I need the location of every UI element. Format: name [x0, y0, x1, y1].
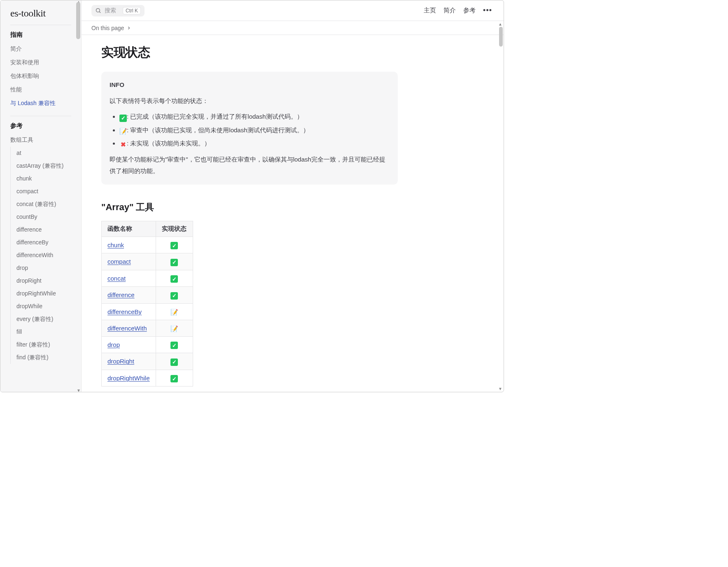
status-cell: 📝 [156, 320, 193, 336]
cross-icon: ✖ [119, 141, 127, 148]
sidebar: es-toolkit 指南 简介 安装和使用 包体积影响 性能 与 Lodash… [0, 0, 82, 392]
sidebar-item-dropRightWhile[interactable]: dropRightWhile [16, 287, 71, 300]
review-icon: 📝 [170, 309, 178, 316]
info-callout: INFO 以下表情符号表示每个功能的状态： ✓: 已完成（该功能已完全实现，并通… [101, 72, 398, 185]
scrollbar-thumb[interactable] [499, 27, 503, 47]
sidebar-item-difference[interactable]: difference [16, 223, 71, 236]
th-status: 实现状态 [156, 221, 193, 237]
info-item-review: 📝: 审查中（该功能已实现，但尚未使用lodash测试代码进行测试。） [119, 124, 390, 136]
fn-link-concat[interactable]: concat [107, 275, 126, 282]
more-menu-icon[interactable]: ••• [483, 6, 492, 15]
status-cell: ✓ [156, 270, 193, 287]
topbar: 搜索 Ctrl K 主页 简介 参考 ••• [82, 0, 504, 21]
sidebar-item-chunk[interactable]: chunk [16, 172, 71, 185]
sidebar-guide-2[interactable]: 包体积影响 [10, 69, 71, 83]
info-item-missing: ✖: 未实现（该功能尚未实现。） [119, 138, 390, 150]
content: 实现状态 INFO 以下表情符号表示每个功能的状态： ✓: 已完成（该功能已完全… [82, 35, 504, 392]
site-logo[interactable]: es-toolkit [10, 8, 71, 19]
status-cell: ✓ [156, 336, 193, 353]
sidebar-item-fill[interactable]: fill [16, 326, 71, 338]
info-intro: 以下表情符号表示每个功能的状态： [110, 95, 390, 107]
fn-link-drop[interactable]: drop [107, 341, 120, 348]
sidebar-item-differenceBy[interactable]: differenceBy [16, 236, 71, 249]
sidebar-item-at[interactable]: at [16, 147, 71, 159]
sidebar-guide-3[interactable]: 性能 [10, 83, 71, 96]
sidebar-item-concat[interactable]: concat (兼容性) [16, 198, 71, 211]
sidebar-item-compact[interactable]: compact [16, 185, 71, 198]
sidebar-guide-1[interactable]: 安装和使用 [10, 56, 71, 69]
sidebar-item-find[interactable]: find (兼容性) [16, 351, 71, 364]
table-row: dropRightWhile✓ [102, 370, 193, 387]
sidebar-item-filter[interactable]: filter (兼容性) [16, 338, 71, 351]
info-item-completed: ✓: 已完成（该功能已完全实现，并通过了所有lodash测试代码。） [119, 111, 390, 123]
status-cell: ✓ [156, 237, 193, 253]
search-placeholder: 搜索 [105, 7, 116, 14]
search-icon [95, 7, 101, 14]
table-row: compact✓ [102, 253, 193, 270]
check-icon: ✓ [170, 242, 178, 249]
check-icon: ✓ [170, 292, 178, 300]
on-this-page-toggle[interactable]: On this page [82, 21, 504, 35]
fn-link-dropRight[interactable]: dropRight [107, 358, 134, 365]
search-button[interactable]: 搜索 Ctrl K [91, 5, 145, 16]
scroll-down-icon[interactable]: ▼ [77, 388, 81, 392]
fn-link-difference[interactable]: difference [107, 291, 135, 298]
main: 搜索 Ctrl K 主页 简介 参考 ••• On this page 实现状态… [82, 0, 504, 392]
status-cell: ✓ [156, 287, 193, 304]
scrollbar-thumb[interactable] [76, 2, 80, 39]
fn-link-differenceBy[interactable]: differenceBy [107, 308, 142, 315]
main-scrollbar[interactable]: ▲ ▼ [498, 22, 503, 391]
check-icon: ✓ [170, 358, 178, 366]
sidebar-item-dropWhile[interactable]: dropWhile [16, 300, 71, 313]
top-link-intro[interactable]: 简介 [443, 7, 456, 14]
sidebar-array-group: at castArray (兼容性) chunk compact concat … [10, 147, 71, 364]
scroll-up-icon[interactable]: ▲ [498, 22, 502, 26]
check-icon: ✓ [170, 375, 178, 382]
top-link-reference[interactable]: 参考 [463, 7, 476, 14]
table-row: dropRight✓ [102, 353, 193, 370]
sidebar-guide-4[interactable]: 与 Lodash 兼容性 [10, 96, 71, 110]
page-title: 实现状态 [101, 44, 398, 61]
fn-link-compact[interactable]: compact [107, 258, 131, 265]
sidebar-item-differenceWith[interactable]: differenceWith [16, 249, 71, 262]
table-row: difference✓ [102, 287, 193, 304]
table-row: drop✓ [102, 336, 193, 353]
divider [10, 25, 71, 25]
scroll-down-icon[interactable]: ▼ [498, 387, 502, 391]
status-cell: ✓ [156, 370, 193, 387]
fn-link-differenceWith[interactable]: differenceWith [107, 325, 147, 332]
section-array-heading: "Array" 工具 [101, 201, 398, 213]
table-row: differenceWith📝 [102, 320, 193, 336]
toc-label: On this page [91, 25, 124, 31]
check-icon: ✓ [170, 275, 178, 283]
divider [10, 116, 71, 116]
th-name: 函数名称 [102, 221, 156, 237]
check-icon: ✓ [170, 259, 178, 266]
top-link-home[interactable]: 主页 [424, 7, 436, 14]
status-table: 函数名称 实现状态 chunk✓compact✓concat✓differenc… [101, 221, 193, 387]
sidebar-scrollbar[interactable]: ▲ ▼ [75, 0, 81, 392]
status-cell: 📝 [156, 303, 193, 320]
review-icon: 📝 [170, 325, 178, 333]
status-cell: ✓ [156, 353, 193, 370]
sidebar-item-dropRight[interactable]: dropRight [16, 274, 71, 287]
sidebar-guide-0[interactable]: 简介 [10, 42, 71, 56]
check-icon: ✓ [170, 342, 178, 349]
info-title: INFO [110, 79, 390, 91]
table-row: concat✓ [102, 270, 193, 287]
svg-line-1 [99, 12, 100, 13]
sidebar-array-heading[interactable]: 数组工具 [10, 133, 71, 147]
info-note: 即使某个功能标记为"审查中"，它也可能已经在审查中，以确保其与lodash完全一… [110, 154, 390, 177]
fn-link-chunk[interactable]: chunk [107, 241, 124, 248]
sidebar-item-countBy[interactable]: countBy [16, 211, 71, 223]
chevron-right-icon [126, 26, 131, 30]
sidebar-item-castArray[interactable]: castArray (兼容性) [16, 159, 71, 172]
fn-link-dropRightWhile[interactable]: dropRightWhile [107, 375, 150, 382]
sidebar-item-drop[interactable]: drop [16, 262, 71, 274]
table-row: differenceBy📝 [102, 303, 193, 320]
check-icon: ✓ [119, 115, 127, 122]
table-row: chunk✓ [102, 237, 193, 253]
guide-heading: 指南 [10, 31, 71, 39]
reference-heading: 参考 [10, 122, 71, 130]
sidebar-item-every[interactable]: every (兼容性) [16, 313, 71, 326]
